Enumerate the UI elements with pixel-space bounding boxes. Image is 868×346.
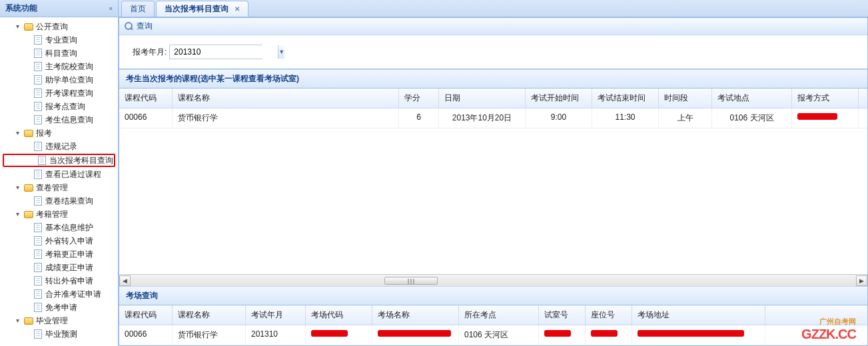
tree-item[interactable]: 合并准考证申请 bbox=[0, 287, 118, 301]
tree-item[interactable]: 基本信息维护 bbox=[0, 221, 118, 234]
tree-item[interactable]: 考籍更正申请 bbox=[0, 248, 118, 261]
tree-item[interactable]: 违规记录 bbox=[0, 140, 118, 153]
tree-item[interactable]: 免考申请 bbox=[0, 301, 118, 314]
courses-grid-row[interactable]: 00066 货币银行学 6 2013年10月20日 9:00 11:30 上午 … bbox=[119, 108, 867, 128]
col-date[interactable]: 日期 bbox=[439, 88, 526, 108]
col-credit[interactable]: 学分 bbox=[399, 88, 439, 108]
sidebar-title: 系统功能 bbox=[5, 3, 37, 14]
col-end-time[interactable]: 考试结束时间 bbox=[592, 88, 659, 108]
scroll-track[interactable] bbox=[131, 275, 856, 286]
tab-current-exam-query[interactable]: 当次报考科目查询 ✕ bbox=[156, 1, 248, 17]
cell-venue-name bbox=[372, 325, 459, 345]
tree-group[interactable]: ▾考籍管理 bbox=[0, 208, 118, 221]
tree-group[interactable]: ▾报考 bbox=[0, 126, 118, 140]
folder-icon bbox=[23, 128, 34, 138]
tab-home[interactable]: 首页 bbox=[121, 1, 155, 17]
tree-item[interactable]: 外省转入申请 bbox=[0, 234, 118, 248]
col-method[interactable]: 报考方式 bbox=[792, 88, 859, 108]
tab-strip: 首页 当次报考科目查询 ✕ bbox=[119, 0, 868, 17]
tree-item-label: 开考课程查询 bbox=[45, 86, 93, 100]
cell-ym: 201310 bbox=[246, 325, 306, 345]
col-seat[interactable]: 座位号 bbox=[586, 305, 632, 325]
venue-grid-header: 课程代码 课程名称 考试年月 考场代码 考场名称 所在考点 试室号 座位号 考场… bbox=[119, 305, 867, 325]
expand-icon[interactable]: ▾ bbox=[13, 314, 21, 327]
page-icon bbox=[33, 289, 43, 299]
tree-item-label: 查看已通过课程 bbox=[45, 168, 101, 181]
expand-icon[interactable]: ▾ bbox=[13, 126, 21, 140]
expand-icon[interactable]: ▾ bbox=[13, 208, 21, 221]
col-start-time[interactable]: 考试开始时间 bbox=[526, 88, 592, 108]
col-venue-code[interactable]: 考场代码 bbox=[306, 305, 372, 325]
tree-group-label: 查卷管理 bbox=[36, 181, 68, 194]
col-course-name[interactable]: 课程名称 bbox=[173, 88, 399, 108]
query-title-text: 查询 bbox=[137, 21, 153, 32]
tree-item-label: 科目查询 bbox=[45, 47, 77, 60]
cell-location: 0106 天河区 bbox=[459, 325, 539, 345]
page-icon bbox=[33, 196, 43, 206]
tree-item-label: 专业查询 bbox=[45, 33, 77, 47]
page-icon bbox=[33, 275, 43, 286]
sidebar-collapse-icon[interactable]: « bbox=[109, 5, 113, 12]
tree-item[interactable]: 主考院校查询 bbox=[0, 60, 118, 73]
folder-icon bbox=[23, 315, 34, 326]
col-address[interactable]: 考场地址 bbox=[632, 305, 765, 325]
venue-panel-title: 考场查询 bbox=[119, 286, 867, 305]
cell-date: 2013年10月20日 bbox=[439, 108, 526, 128]
tree-item[interactable]: 转出外省申请 bbox=[0, 274, 118, 287]
col-location[interactable]: 考试地点 bbox=[712, 88, 792, 108]
sidebar-header: 系统功能 « bbox=[0, 0, 118, 17]
col-course-name[interactable]: 课程名称 bbox=[173, 305, 246, 325]
cell-credit: 6 bbox=[399, 108, 439, 128]
exam-period-label: 报考年月: bbox=[133, 47, 167, 58]
col-course-code[interactable]: 课程代码 bbox=[119, 305, 173, 325]
tree-item[interactable]: 助学单位查询 bbox=[0, 73, 118, 86]
tree-item-label: 助学单位查询 bbox=[45, 73, 93, 86]
expand-icon[interactable]: ▾ bbox=[13, 181, 21, 194]
page-icon bbox=[33, 302, 43, 313]
tree-item-label: 成绩更正申请 bbox=[45, 261, 93, 274]
page-icon bbox=[33, 329, 43, 339]
tree-item[interactable]: 科目查询 bbox=[0, 47, 118, 60]
tree-item[interactable]: 查看已通过课程 bbox=[0, 168, 118, 181]
scroll-left-icon[interactable]: ◀ bbox=[119, 275, 131, 286]
tree-group[interactable]: ▾毕业管理 bbox=[0, 314, 118, 327]
col-slot[interactable]: 时间段 bbox=[659, 88, 712, 108]
close-icon[interactable]: ✕ bbox=[234, 5, 240, 13]
col-venue-name[interactable]: 考场名称 bbox=[372, 305, 459, 325]
tree-group-label: 公开查询 bbox=[36, 20, 68, 33]
chevron-down-icon[interactable]: ▼ bbox=[278, 45, 284, 59]
page-icon bbox=[33, 262, 43, 273]
expand-icon[interactable]: ▾ bbox=[13, 20, 21, 33]
col-location[interactable]: 所在考点 bbox=[459, 305, 539, 325]
tree-item[interactable]: 专业查询 bbox=[0, 33, 118, 47]
exam-period-combo[interactable]: ▼ bbox=[169, 45, 262, 59]
page-icon bbox=[33, 75, 43, 85]
tree-item[interactable]: 查卷结果查询 bbox=[0, 194, 118, 208]
scroll-thumb[interactable] bbox=[384, 277, 438, 285]
tree-item-label: 主考院校查询 bbox=[45, 60, 93, 73]
venue-grid-row[interactable]: 00066 货币银行学 201310 0106 天河区 bbox=[119, 325, 867, 345]
content: 查询 报考年月: ▼ 考生当次报考的课程(选中某一课程查看考场试室) 课程代码 … bbox=[119, 17, 868, 346]
tree-item[interactable]: 报考点查询 bbox=[0, 100, 118, 113]
tree-item[interactable]: 当次报考科目查询 bbox=[3, 154, 115, 167]
col-course-code[interactable]: 课程代码 bbox=[119, 88, 173, 108]
tree-item-label: 考生信息查询 bbox=[45, 113, 93, 126]
col-exam-ym[interactable]: 考试年月 bbox=[246, 305, 306, 325]
courses-grid-header: 课程代码 课程名称 学分 日期 考试开始时间 考试结束时间 时间段 考试地点 报… bbox=[119, 88, 867, 108]
tree-item[interactable]: 开考课程查询 bbox=[0, 86, 118, 100]
cell-address bbox=[632, 325, 765, 345]
tree-item[interactable]: 成绩更正申请 bbox=[0, 261, 118, 274]
exam-period-input[interactable] bbox=[170, 45, 278, 59]
tab-label: 当次报考科目查询 bbox=[165, 4, 228, 13]
cell-end: 11:30 bbox=[592, 108, 659, 128]
horizontal-scrollbar[interactable]: ◀ ▶ bbox=[119, 274, 867, 286]
col-room[interactable]: 试室号 bbox=[539, 305, 586, 325]
tree-group[interactable]: ▾查卷管理 bbox=[0, 181, 118, 194]
tree-item[interactable]: 毕业预测 bbox=[0, 327, 118, 341]
tree-item-label: 查卷结果查询 bbox=[45, 194, 93, 208]
page-icon bbox=[33, 249, 43, 260]
tree-group[interactable]: ▾公开查询 bbox=[0, 20, 118, 33]
tree-item[interactable]: 考生信息查询 bbox=[0, 113, 118, 126]
scroll-right-icon[interactable]: ▶ bbox=[856, 275, 867, 286]
page-icon bbox=[33, 141, 43, 152]
